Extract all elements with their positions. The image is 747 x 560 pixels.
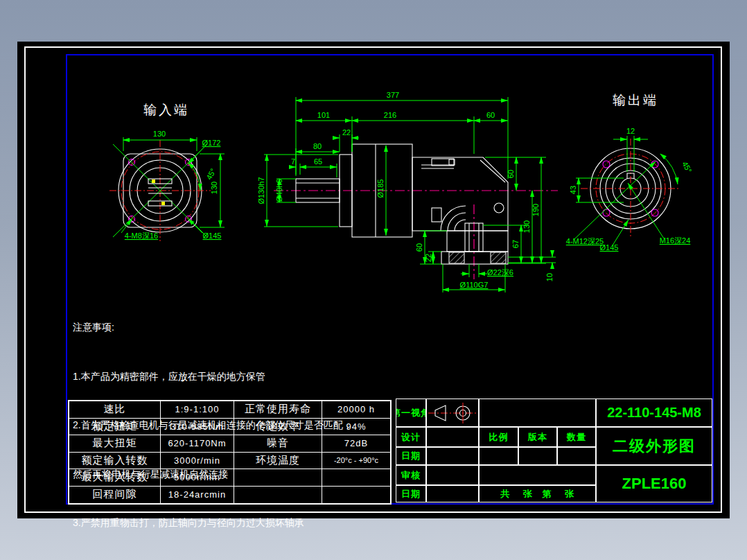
dimension-label: 12 (626, 127, 635, 135)
section-hatch (491, 252, 506, 263)
review-label: 审核 (396, 465, 426, 485)
notes-title: 注意事项: (73, 320, 353, 336)
dimension-label: 22 (424, 254, 432, 262)
review-value-cell[interactable] (426, 465, 479, 485)
dimension-label: 45° (680, 160, 693, 174)
clamp-screw-marker (161, 202, 165, 205)
dimension-label: Ø185 (376, 180, 385, 198)
spec-cell: 额定扭矩 (69, 419, 161, 436)
spec-cell: 5000r/min (161, 469, 234, 487)
dimension-label: 7 (291, 157, 295, 166)
spec-cell: 速比 (69, 401, 161, 419)
date-value-cell[interactable] (426, 447, 479, 465)
dimension-label: 377 (387, 91, 399, 99)
dimension-label: 67 (511, 240, 520, 248)
input-end-view-label: 输入端 (143, 101, 189, 119)
design-label: 设计 (396, 427, 426, 447)
dimension-label: 10 (545, 273, 554, 281)
output-end-view-label: 输出端 (613, 91, 658, 110)
spec-cell: 3000r/min (161, 453, 234, 470)
spec-cell: 20000 h (322, 401, 390, 419)
spec-cell (322, 469, 390, 487)
clamp-screw-marker (152, 180, 155, 183)
spec-cell (234, 487, 322, 504)
dimension-label: 60 (486, 111, 495, 119)
spec-cell: -20°c - +90°c (322, 453, 390, 470)
spec-cell: 1:9-1:100 (161, 401, 234, 419)
notes-line: 1.本产品为精密部件，应放在干燥的地方保管 (73, 369, 353, 385)
projection-symbol-cell (426, 399, 479, 427)
dimension-label: 101 (317, 111, 330, 119)
spec-cell: 最大输入转数 (69, 469, 161, 487)
dimension-label: 190 (531, 204, 540, 216)
dimension-label: Ø110G7 (460, 281, 489, 289)
empty-cell (479, 399, 596, 427)
quantity-value-cell[interactable] (557, 447, 596, 465)
dimension-label: Ø172 (202, 139, 221, 147)
version-label: 版本 (518, 427, 557, 447)
spec-cell: 传递效率 (234, 419, 322, 436)
spec-cell (322, 487, 390, 504)
title-block: 第一视角 22-110-145-M8 设计 比例 版本 数量 二级外形图 日期 … (396, 399, 712, 502)
spec-cell: 回程间隙 (69, 487, 161, 504)
date-label: 日期 (396, 447, 426, 465)
spec-cell: 18-24arcmin (161, 487, 234, 504)
dimension-label: Ø145 (600, 243, 619, 252)
dimension-label: 216 (384, 111, 396, 119)
drawing-title: 二级外形图 (596, 427, 712, 465)
spec-cell: 72dB (322, 435, 390, 453)
dimension-label: 80 (313, 142, 322, 150)
dimension-label: 130 (210, 182, 218, 194)
spec-cell (234, 469, 322, 487)
spec-table: 速比 1:9-1:100 正常使用寿命 20000 h 额定扭矩 310-585… (68, 400, 392, 505)
notes-line: 3.严禁用重物击打，防止轴向力与径向力过大损坏轴承 (73, 515, 353, 532)
date-value-cell[interactable] (426, 485, 479, 502)
quantity-label: 数量 (557, 427, 596, 447)
section-hatch (449, 252, 464, 263)
side-view (264, 97, 558, 292)
dimension-label: 130 (522, 220, 531, 233)
spec-cell: 620-1170Nm (161, 435, 234, 453)
scale-label: 比例 (479, 427, 518, 447)
version-value-cell[interactable] (518, 447, 557, 465)
dimension-label: Ø130h7 (257, 177, 265, 204)
dimension-label: 60 (507, 170, 515, 178)
dimension-label: Ø145 (203, 231, 222, 240)
design-value-cell[interactable] (426, 427, 479, 447)
first-angle-label: 第一视角 (396, 399, 426, 427)
scale-value-cell[interactable] (479, 447, 518, 465)
spec-cell: 最大扭矩 (69, 435, 161, 453)
spec-cell: 环境温度 (234, 453, 322, 470)
spec-cell: 310-585Nm (161, 419, 234, 436)
dimension-label: 65 (314, 157, 322, 166)
spec-cell: 额定输入转数 (69, 453, 161, 470)
part-number: 22-110-145-M8 (596, 399, 712, 427)
model-number: ZPLE160 (596, 465, 712, 502)
date-label: 日期 (396, 485, 426, 502)
spec-cell: 正常使用寿命 (234, 401, 322, 419)
output-end-view (574, 136, 680, 245)
dimension-label: Ø22深6 (487, 268, 513, 277)
dimension-label: 4-M12深25 (566, 237, 604, 245)
dimension-label: 60 (415, 243, 423, 252)
dimension-label: 4-M8深16 (125, 231, 158, 240)
empty-cell (479, 465, 596, 485)
dimension-label: M16深24 (660, 236, 691, 245)
dimension-label: 45° (204, 167, 217, 181)
sheet-count-label: 共 张 第 张 (479, 485, 596, 502)
dimension-label: 43 (569, 186, 577, 194)
dimension-label: 22 (342, 128, 351, 137)
input-end-view (109, 137, 225, 241)
spec-cell: 噪音 (234, 435, 322, 453)
dimension-label: 130 (153, 130, 166, 138)
spec-cell: 94% (322, 419, 390, 436)
dimension-label: Ø40h6 (275, 179, 283, 202)
